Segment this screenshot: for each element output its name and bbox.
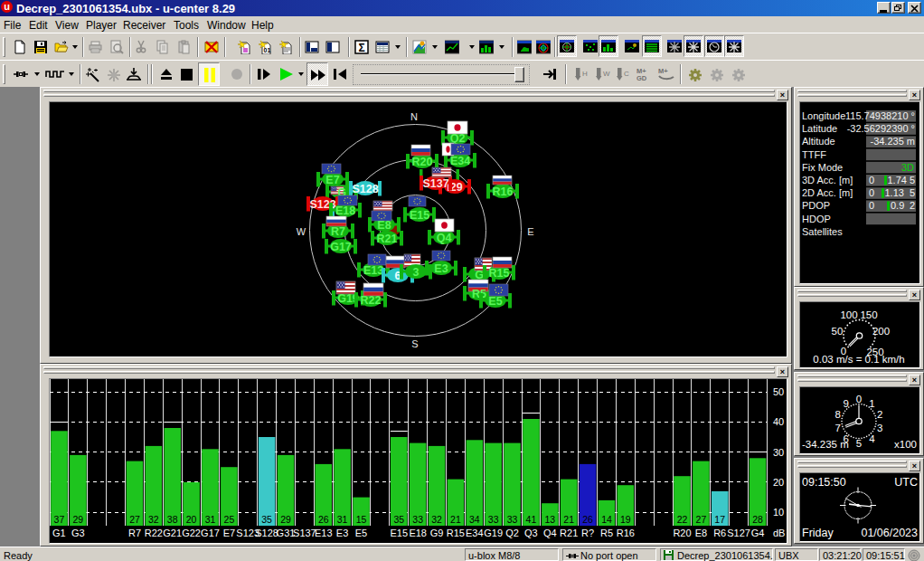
svg-text:33: 33 [488, 514, 499, 525]
svg-text:E8: E8 [695, 528, 707, 538]
svg-text:10: 10 [773, 507, 784, 518]
svg-text:5: 5 [856, 438, 862, 449]
svg-text:34: 34 [469, 514, 480, 525]
svg-text:-32.56292390 °: -32.56292390 ° [847, 123, 915, 134]
svg-text:25: 25 [224, 514, 235, 525]
svg-text:S128: S128 [352, 183, 378, 195]
svg-text:R21: R21 [560, 528, 578, 538]
svg-text:C: C [624, 70, 629, 78]
svg-text:R20: R20 [412, 156, 433, 168]
svg-text:200: 200 [872, 326, 890, 337]
svg-text:40: 40 [773, 416, 784, 427]
svg-text:R5: R5 [600, 528, 613, 538]
svg-text:R22: R22 [145, 528, 163, 538]
svg-text:TTFF: TTFF [802, 149, 826, 160]
svg-text:G4: G4 [751, 528, 765, 538]
svg-text:7: 7 [834, 423, 840, 433]
svg-text:0: 0 [869, 200, 874, 211]
svg-text:S137: S137 [422, 177, 448, 190]
svg-text:R15: R15 [489, 267, 510, 280]
svg-text:27: 27 [696, 514, 707, 525]
svg-text:27: 27 [129, 514, 140, 525]
svg-text:Longitude: Longitude [802, 110, 845, 121]
svg-text:E13: E13 [315, 528, 333, 538]
svg-text:S137: S137 [293, 528, 316, 538]
svg-text:E3: E3 [434, 262, 448, 275]
svg-text:20: 20 [773, 477, 784, 488]
svg-text:G22: G22 [182, 528, 201, 538]
svg-text:E8: E8 [377, 219, 391, 232]
svg-text:26: 26 [582, 514, 593, 525]
svg-text:3: 3 [877, 423, 882, 433]
svg-text:09:15:50: 09:15:50 [802, 476, 846, 489]
svg-text:5: 5 [910, 187, 915, 198]
svg-text:0: 0 [856, 394, 862, 404]
svg-text:E5: E5 [488, 295, 502, 308]
svg-text:E34: E34 [466, 528, 484, 538]
svg-text:26: 26 [318, 514, 329, 525]
svg-text:17: 17 [714, 514, 725, 525]
svg-text:20: 20 [186, 514, 197, 525]
svg-text:0: 0 [869, 175, 874, 185]
svg-text:PDOP: PDOP [802, 200, 830, 211]
svg-text:50: 50 [832, 326, 844, 337]
svg-text:UTC: UTC [894, 476, 918, 489]
svg-text:150: 150 [860, 309, 877, 320]
svg-text:1.13: 1.13 [885, 187, 904, 198]
svg-text:0: 0 [869, 187, 874, 198]
svg-text:21: 21 [563, 514, 574, 525]
svg-text:5: 5 [910, 175, 915, 185]
svg-text:dB: dB [773, 528, 785, 538]
svg-text:G9: G9 [430, 528, 444, 538]
svg-text:21: 21 [450, 514, 461, 525]
svg-text:Latitude: Latitude [802, 123, 837, 134]
svg-text:E7: E7 [325, 174, 339, 186]
svg-text:1: 1 [869, 398, 874, 409]
svg-text:01/06/2023: 01/06/2023 [861, 527, 918, 539]
svg-text:30: 30 [773, 447, 784, 458]
svg-text:R20: R20 [673, 528, 691, 538]
svg-text:31: 31 [337, 514, 348, 525]
svg-text:R16: R16 [493, 185, 514, 198]
svg-text:G21: G21 [163, 528, 182, 538]
svg-text:3: 3 [413, 266, 420, 279]
svg-text:G3: G3 [71, 528, 85, 538]
svg-text:GD: GD [636, 74, 647, 81]
svg-text:Altitude: Altitude [802, 136, 835, 147]
svg-text:1.74: 1.74 [888, 175, 907, 185]
svg-text:37: 37 [54, 514, 65, 525]
svg-text:Q2: Q2 [505, 528, 519, 538]
svg-text:29: 29 [72, 514, 83, 525]
svg-text:38: 38 [167, 514, 178, 525]
svg-text:35: 35 [261, 514, 272, 525]
svg-text:9: 9 [843, 398, 848, 409]
svg-text:G17: G17 [330, 241, 352, 253]
svg-text:13: 13 [544, 514, 555, 525]
svg-text:R22: R22 [361, 294, 382, 307]
svg-text:41: 41 [526, 514, 537, 525]
svg-text:35: 35 [393, 514, 404, 525]
svg-text:19: 19 [620, 514, 631, 525]
svg-text:E: E [527, 226, 533, 237]
svg-text:G17: G17 [201, 528, 220, 538]
svg-text:R?: R? [581, 528, 594, 538]
svg-text:H: H [582, 70, 588, 78]
svg-text:33: 33 [507, 514, 518, 525]
svg-text:22: 22 [677, 514, 688, 525]
svg-text:R16: R16 [617, 528, 635, 538]
svg-text:W: W [603, 70, 610, 78]
svg-text:S: S [411, 338, 418, 349]
svg-text:0.03 m/s = 0.1 km/h: 0.03 m/s = 0.1 km/h [813, 354, 904, 365]
svg-text:E15: E15 [391, 528, 409, 538]
svg-text:E5: E5 [355, 528, 367, 538]
svg-text:33: 33 [412, 514, 423, 525]
svg-text:G1: G1 [52, 528, 66, 538]
svg-text:Q4: Q4 [543, 528, 557, 538]
svg-text:E34: E34 [450, 155, 470, 167]
svg-text:115.74938210 °: 115.74938210 ° [845, 110, 915, 121]
svg-text:2D Acc. [m]: 2D Acc. [m] [802, 187, 853, 198]
svg-text:G: G [475, 269, 484, 281]
svg-text:R15: R15 [447, 528, 465, 538]
svg-text:2: 2 [877, 409, 882, 420]
svg-text:Q4: Q4 [437, 232, 452, 244]
